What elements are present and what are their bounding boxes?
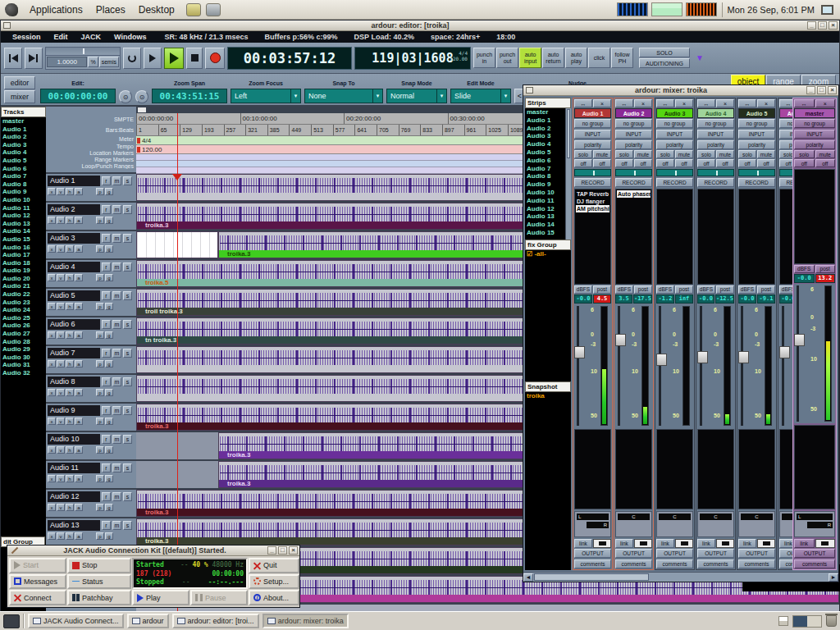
- strip-off-button[interactable]: off: [574, 159, 592, 167]
- zoom-focus-select[interactable]: Left▼: [231, 89, 301, 103]
- track-mini-button[interactable]: g: [105, 217, 113, 224]
- track-header[interactable]: Audio 8 rms xvha pg: [46, 375, 136, 404]
- strip-mute-button[interactable]: mute: [593, 150, 611, 158]
- pan-bar-center[interactable]: C: [618, 514, 650, 520]
- track-mini-button[interactable]: v: [57, 303, 65, 310]
- strip-list-item[interactable]: Audio 14: [527, 221, 571, 229]
- fader-handle[interactable]: [574, 346, 585, 358]
- strip-hide-button[interactable]: ×: [815, 99, 836, 107]
- track-mini-button[interactable]: h: [66, 532, 74, 540]
- pan-link-direction-button[interactable]: [716, 539, 734, 548]
- close-icon[interactable]: ×: [829, 21, 838, 30]
- strip-processor-box[interactable]: [738, 189, 775, 285]
- track-mini-button[interactable]: h: [66, 274, 74, 281]
- track-rec-mute-solo-button[interactable]: m: [112, 291, 121, 300]
- track-rec-mute-solo-button[interactable]: m: [112, 349, 121, 358]
- strip-off-button[interactable]: off: [794, 159, 815, 167]
- track-name-button[interactable]: Audio 5: [48, 290, 100, 301]
- pan-link-direction-button[interactable]: [757, 539, 775, 548]
- zoom-span-clock[interactable]: 00:43:51:15: [152, 89, 227, 103]
- track-mini-button[interactable]: a: [75, 389, 83, 396]
- strip-gain-entry[interactable]: [738, 169, 775, 176]
- jack-setup-button[interactable]: Setup...: [249, 574, 299, 590]
- track-name-button[interactable]: Audio 4: [48, 262, 100, 272]
- task-button[interactable]: JACK Audio Connect...: [28, 614, 124, 628]
- track-mini-button[interactable]: h: [66, 504, 74, 511]
- track-header[interactable]: Audio 12 rms xvha pg: [46, 490, 136, 518]
- strip-width-button[interactable]: ↔: [615, 99, 633, 107]
- transport-toggle-button[interactable]: auto return: [542, 48, 564, 68]
- strip-list-item[interactable]: Audio 4: [527, 140, 571, 148]
- track-mini-button[interactable]: p: [96, 389, 104, 396]
- plugin-entry[interactable]: DJ flanger: [576, 198, 609, 205]
- strip-off-button[interactable]: off: [634, 159, 652, 167]
- menu-item[interactable]: Edit: [48, 33, 75, 41]
- strip-list-item[interactable]: Audio 1: [527, 116, 571, 125]
- track-name-button[interactable]: Audio 10: [48, 434, 100, 445]
- track-list-item[interactable]: Audio 28: [2, 338, 46, 346]
- minimize-icon[interactable]: _: [267, 546, 276, 555]
- jack-titlebar[interactable]: JACK Audio Connection Kit [(default)] St…: [7, 546, 299, 556]
- pan-area[interactable]: C: [738, 511, 775, 537]
- track-rec-mute-solo-button[interactable]: s: [123, 349, 132, 358]
- pager-icon[interactable]: [778, 616, 788, 626]
- fader-handle[interactable]: [615, 334, 626, 346]
- track-mini-button[interactable]: h: [66, 389, 74, 396]
- strip-name-button[interactable]: Audio 4: [697, 108, 734, 118]
- strip-record-button[interactable]: RECORD: [697, 178, 734, 187]
- track-mini-button[interactable]: x: [48, 274, 56, 281]
- pan-bar-right[interactable]: R: [807, 522, 833, 528]
- strip-off-button[interactable]: off: [815, 159, 836, 167]
- strip-off-button[interactable]: off: [697, 159, 715, 167]
- strip-polarity-button[interactable]: polarity: [656, 140, 693, 149]
- track-rec-mute-solo-button[interactable]: r: [102, 377, 111, 386]
- memory-monitor-applet[interactable]: [651, 2, 682, 16]
- track-list-item[interactable]: Audio 24: [2, 306, 46, 314]
- track-mini-button[interactable]: p: [96, 331, 104, 339]
- track-list-item[interactable]: Audio 20: [2, 275, 46, 283]
- strip-off-button[interactable]: off: [757, 159, 775, 167]
- track-rec-mute-solo-button[interactable]: m: [112, 205, 121, 214]
- track-rec-mute-solo-button[interactable]: r: [102, 435, 111, 444]
- gain-display[interactable]: -0.0: [697, 294, 714, 304]
- transport-toggle-button[interactable]: auto input: [519, 48, 541, 68]
- strip-name-button[interactable]: Audio 2: [615, 108, 652, 118]
- track-rec-mute-solo-button[interactable]: s: [123, 176, 132, 185]
- track-list-item[interactable]: Audio 18: [2, 259, 46, 267]
- track-header[interactable]: Audio 2 rms xvha pg: [46, 203, 136, 231]
- track-rec-mute-solo-button[interactable]: s: [123, 521, 132, 530]
- workspace-2[interactable]: [807, 616, 821, 627]
- track-mini-button[interactable]: p: [96, 245, 104, 253]
- strip-group-button[interactable]: no group: [794, 119, 835, 128]
- post-processor-box[interactable]: [615, 429, 652, 509]
- shuttle-control[interactable]: 1.0000 % semis: [45, 47, 121, 70]
- track-rec-mute-solo-button[interactable]: m: [112, 463, 121, 472]
- post-processor-box[interactable]: [697, 429, 734, 509]
- secondary-clock[interactable]: 119|03|1608 4/4 120.00: [354, 47, 471, 70]
- track-mini-button[interactable]: p: [96, 360, 104, 368]
- track-rec-mute-solo-button[interactable]: s: [123, 291, 132, 300]
- track-mini-button[interactable]: g: [105, 475, 113, 482]
- strip-input-button[interactable]: INPUT: [794, 130, 835, 139]
- track-list-item[interactable]: Audio 5: [2, 157, 46, 165]
- strip-input-button[interactable]: INPUT: [697, 130, 734, 139]
- track-mini-button[interactable]: p: [96, 188, 104, 195]
- strip-output-button[interactable]: OUTPUT: [574, 549, 611, 558]
- gain-display[interactable]: 3.5: [615, 294, 632, 304]
- scroll-left-icon[interactable]: ◄: [523, 573, 533, 582]
- track-list-item[interactable]: Audio 22: [2, 290, 46, 299]
- transport-toggle-button[interactable]: follow PH: [611, 48, 633, 68]
- plugin-entry[interactable]: TAP Reverb: [576, 190, 609, 198]
- maximize-icon[interactable]: □: [817, 86, 826, 94]
- workspace-switcher[interactable]: [792, 615, 822, 628]
- strip-list-item[interactable]: Audio 9: [527, 180, 571, 189]
- track-rec-mute-solo-button[interactable]: r: [102, 291, 111, 300]
- track-list-item[interactable]: Audio 16: [2, 244, 46, 252]
- ruler-label[interactable]: Bars:Beats: [46, 126, 136, 135]
- strip-name-button[interactable]: Audio 1: [574, 108, 611, 118]
- go-start-button[interactable]: [4, 48, 22, 69]
- stop-button[interactable]: [186, 48, 203, 69]
- gnome-menu-icon[interactable]: [5, 3, 18, 16]
- pan-link-button[interactable]: link: [656, 539, 674, 548]
- primary-clock[interactable]: 00:03:57:12: [227, 47, 352, 70]
